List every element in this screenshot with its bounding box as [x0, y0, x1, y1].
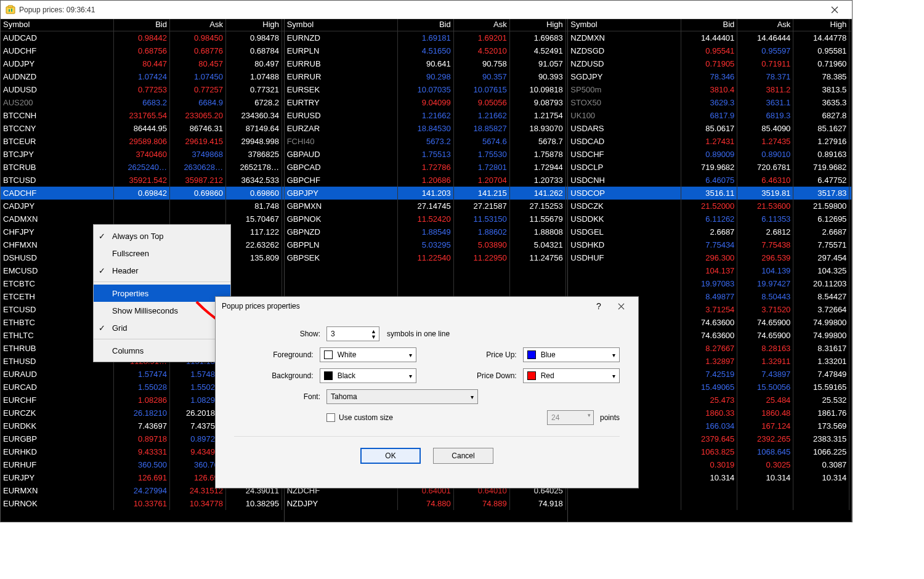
custom-size-checkbox[interactable]: Use custom size: [326, 413, 393, 422]
font-combo[interactable]: Tahoma ▾: [326, 389, 478, 404]
price-row[interactable]: GBPJPY141.203141.215141.262: [285, 187, 568, 200]
menu-properties[interactable]: Properties: [94, 285, 230, 302]
cell-high: 8.54427: [793, 290, 849, 303]
price-up-combo[interactable]: Blue ▾: [523, 347, 620, 362]
header-ask[interactable]: Ask: [170, 19, 226, 31]
price-row[interactable]: [568, 497, 851, 510]
price-row[interactable]: SGDJPY78.34678.37178.385: [568, 70, 851, 83]
price-row[interactable]: EURTRY9.040999.050569.08793: [285, 96, 568, 109]
price-row[interactable]: AUDCHF0.687560.687760.68784: [1, 44, 284, 57]
show-count-spinner[interactable]: 3 ▲▼: [326, 326, 379, 341]
price-row[interactable]: GBPCHF1.206861.207041.20733: [285, 174, 568, 187]
price-row[interactable]: EURRUB90.64190.75891.057: [285, 57, 568, 70]
price-row[interactable]: BTCJPY374046037498683786825: [1, 148, 284, 161]
background-combo[interactable]: Black ▾: [320, 368, 416, 383]
price-row[interactable]: NZDSGD0.955410.955970.95581: [568, 44, 851, 57]
price-down-combo[interactable]: Red ▾: [523, 368, 620, 383]
price-row[interactable]: BTCUSD35921.54235987.21236342.533: [1, 174, 284, 187]
price-row[interactable]: AUDUSD0.772530.772570.77321: [1, 83, 284, 96]
close-button[interactable]: [822, 1, 847, 18]
menu-header[interactable]: ✓Header: [94, 262, 230, 279]
price-row[interactable]: USDCHF0.890090.890100.89163: [568, 148, 851, 161]
cell-symbol: EURNOK: [1, 497, 114, 510]
price-row[interactable]: USDDKK6.112626.113536.12695: [568, 213, 851, 225]
cell-ask: 2.6812: [737, 225, 793, 238]
price-row[interactable]: EURZAR18.8453018.8582718.93070: [285, 122, 568, 135]
cell-ask: [737, 484, 793, 497]
price-row[interactable]: EURRUR90.29890.35790.393: [285, 70, 568, 83]
price-row[interactable]: NZDUSD0.719050.719110.71960: [568, 57, 851, 70]
menu-columns[interactable]: Columns: [94, 342, 230, 359]
spinner-arrows-icon[interactable]: ▲▼: [371, 329, 376, 340]
price-row[interactable]: USDCLP719.9682720.6781719.9682: [568, 161, 851, 174]
foreground-combo[interactable]: White ▾: [320, 347, 416, 362]
price-row[interactable]: USDCOP3516.113519.813517.83: [568, 187, 851, 200]
header-symbol[interactable]: Symbol: [1, 19, 114, 31]
price-row[interactable]: USDCNH6.460756.463106.47752: [568, 174, 851, 187]
price-row[interactable]: BTCCNH231765.54233065.20234360.34: [1, 109, 284, 122]
price-row[interactable]: USDARS85.061785.409085.1627: [568, 122, 851, 135]
menu-always-on-top[interactable]: ✓Always on Top: [94, 227, 230, 245]
price-row[interactable]: CADMXN15.70467: [1, 213, 284, 225]
header-bid[interactable]: Bid: [681, 19, 737, 31]
cell-high: 15.70467: [226, 213, 282, 225]
cell-bid: 7.75434: [681, 238, 737, 251]
price-row[interactable]: 104.137104.139104.325: [568, 264, 851, 277]
price-row[interactable]: USDCAD1.274311.274351.27916: [568, 135, 851, 148]
cancel-button[interactable]: Cancel: [433, 448, 493, 464]
header-ask[interactable]: Ask: [737, 19, 793, 31]
price-row[interactable]: CADCHF0.698420.698600.69860: [1, 187, 284, 200]
price-row[interactable]: AUDJPY80.44780.45780.497: [1, 57, 284, 70]
price-row[interactable]: USDHUF296.300296.539297.454: [568, 251, 851, 264]
price-row[interactable]: EURSEK10.0703510.0761510.09818: [285, 83, 568, 96]
price-row[interactable]: GBPCAD1.727861.728011.72944: [285, 161, 568, 174]
price-row[interactable]: USDHKD7.754347.754387.75571: [568, 238, 851, 251]
price-row[interactable]: FCHI405673.25674.65678.7: [285, 135, 568, 148]
titlebar[interactable]: Popup prices: 09:36:41: [1, 1, 852, 19]
header-ask[interactable]: Ask: [454, 19, 510, 31]
price-row[interactable]: CADJPY81.748: [1, 200, 284, 213]
price-row[interactable]: GBPAUD1.755131.755301.75878: [285, 148, 568, 161]
price-row[interactable]: AUDCAD0.984420.984500.98478: [1, 31, 284, 44]
price-row[interactable]: NZDMXN14.4440114.4644414.44778: [568, 31, 851, 44]
price-row[interactable]: EURNZD1.691811.692011.69683: [285, 31, 568, 44]
help-button[interactable]: ?: [588, 298, 610, 315]
price-row[interactable]: AUDNZD1.074241.074501.07488: [1, 70, 284, 83]
menu-grid[interactable]: ✓Grid: [94, 319, 230, 336]
price-row[interactable]: 19.9708319.9742720.11203: [568, 277, 851, 290]
price-row[interactable]: BTCRUB2625240…2630628…2652178…: [1, 161, 284, 174]
price-row[interactable]: EURPLN4.516504.520104.52491: [285, 44, 568, 57]
price-row[interactable]: UK1006817.96819.36827.8: [568, 109, 851, 122]
header-symbol[interactable]: Symbol: [568, 19, 681, 31]
price-row[interactable]: BTCEUR29589.80629619.41529948.998: [1, 135, 284, 148]
header-bid[interactable]: Bid: [114, 19, 170, 31]
price-row[interactable]: USDGEL2.66872.68122.6687: [568, 225, 851, 238]
price-row[interactable]: STOX503629.33631.13635.3: [568, 96, 851, 109]
price-row[interactable]: USDCZK21.5200021.5360021.59800: [568, 200, 851, 213]
menu-show-milliseconds[interactable]: Show Milliseconds: [94, 302, 230, 319]
header-symbol[interactable]: Symbol: [285, 19, 398, 31]
price-row[interactable]: EURNOK10.3376110.3477810.38295: [1, 497, 284, 510]
cell-ask: 1.75530: [454, 148, 510, 161]
header-high[interactable]: High: [226, 19, 282, 31]
price-row[interactable]: [285, 264, 568, 277]
price-row[interactable]: GBPNZD1.885491.886021.88808: [285, 225, 568, 238]
price-row[interactable]: NZDJPY74.88074.88974.918: [285, 497, 568, 510]
price-row[interactable]: BTCCNY86444.9586746.3187149.64: [1, 122, 284, 135]
cell-symbol: USDCHF: [568, 148, 681, 161]
price-row[interactable]: GBPPLN5.032955.038905.04321: [285, 238, 568, 251]
price-row[interactable]: SP500m3810.43811.23813.5: [568, 83, 851, 96]
header-high[interactable]: High: [793, 19, 849, 31]
dialog-titlebar[interactable]: Popup prices properties ?: [216, 297, 638, 315]
menu-fullscreen[interactable]: Fullscreen: [94, 245, 230, 262]
price-row[interactable]: GBPNOK11.5242011.5315011.55679: [285, 213, 568, 225]
price-row[interactable]: EURUSD1.216621.216621.21754: [285, 109, 568, 122]
price-row[interactable]: GBPSEK11.2254011.2295011.24756: [285, 251, 568, 264]
header-high[interactable]: High: [510, 19, 566, 31]
header-bid[interactable]: Bid: [398, 19, 454, 31]
price-row[interactable]: GBPMXN27.1474527.2158727.15253: [285, 200, 568, 213]
price-row[interactable]: AUS2006683.26684.96728.2: [1, 96, 284, 109]
ok-button[interactable]: OK: [360, 448, 421, 464]
price-row[interactable]: [285, 277, 568, 290]
dialog-close-button[interactable]: [610, 298, 632, 315]
